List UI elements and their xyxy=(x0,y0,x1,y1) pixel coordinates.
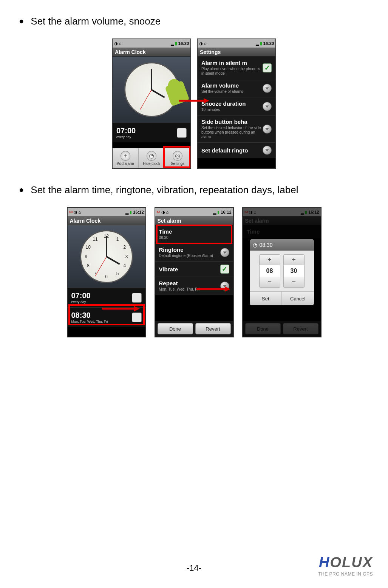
hour-hand xyxy=(151,89,165,98)
dialog-overlay: ◔ 08:30 + 08 − + 30 − Set xyxy=(243,208,321,337)
battery-icon: ▮ xyxy=(260,41,262,46)
alarm-row[interactable]: 07:00 every day xyxy=(113,123,190,142)
gps-icon: ◑ xyxy=(74,210,77,215)
chevron-down-icon xyxy=(263,84,272,93)
btn-label: Add alarm xyxy=(117,162,134,166)
hour-hand xyxy=(106,256,120,265)
alarm-sub: every day xyxy=(116,135,136,139)
plus-button[interactable]: + xyxy=(284,255,304,265)
clock-icon: ◔ xyxy=(147,151,156,161)
plus-button[interactable]: + xyxy=(260,255,280,265)
hour-value[interactable]: 08 xyxy=(260,265,280,277)
svg-marker-4 xyxy=(265,128,269,130)
alarm-checkbox[interactable] xyxy=(132,293,142,303)
page-number: -14- xyxy=(187,563,201,573)
setting-sub: Set the volume of alarms xyxy=(201,89,263,94)
setting-title: Alarm volume xyxy=(201,82,263,89)
revert-button[interactable]: Revert xyxy=(195,323,231,334)
dialog-header: ◔ 08:30 xyxy=(250,239,314,251)
home-icon: ⌂ xyxy=(119,41,122,46)
setting-title: Ringtone xyxy=(159,246,220,253)
clock-num: 8 xyxy=(87,263,90,268)
checkbox-checked-icon[interactable] xyxy=(220,265,229,274)
set-button[interactable]: Set xyxy=(250,292,282,305)
figure-row-2: ✉ ◑ ⌂ ▂ ▮ 16:12 Alarm Clock 12 1 2 3 4 5… xyxy=(19,207,369,337)
bullet-text-1: Set the alarm volume, snooze xyxy=(31,15,161,27)
highlight-settings xyxy=(163,146,190,168)
dialog-title: 08:30 xyxy=(260,242,273,248)
setting-title: Set default ringto xyxy=(201,147,263,154)
clock-area: 12 1 2 3 4 5 6 7 8 9 10 11 xyxy=(68,225,145,288)
svg-marker-3 xyxy=(265,105,269,108)
setting-title: Alarm in silent m xyxy=(201,60,263,66)
title-bar: Set alarm xyxy=(155,216,233,225)
status-bar: ✉ ◑ ⌂ ▂ ▮ 16:12 xyxy=(68,208,145,216)
checkbox-checked-icon[interactable] xyxy=(263,63,272,72)
second-hand xyxy=(140,89,152,109)
svg-marker-7 xyxy=(134,306,140,311)
phone-alarm-list: ✉ ◑ ⌂ ▂ ▮ 16:12 Alarm Clock 12 1 2 3 4 5… xyxy=(67,207,146,337)
svg-marker-2 xyxy=(265,87,269,89)
chevron-down-icon xyxy=(220,248,229,257)
figure-row-1: ◑ ⌂ ▂ ▮ 16:20 Alarm Clock 07:00 every da… xyxy=(19,38,369,169)
bullet-text-2: Set the alarm time, ringtone, vibration,… xyxy=(31,184,298,196)
setting-snooze[interactable]: Snooze duration 10 minutes xyxy=(198,97,275,115)
home-icon: ⌂ xyxy=(79,210,81,214)
alarm-time: 07:00 xyxy=(116,126,136,135)
setting-vibrate[interactable]: Vibrate xyxy=(155,262,233,277)
add-alarm-button[interactable]: + Add alarm xyxy=(113,148,139,168)
btn-label: Hide clock xyxy=(143,162,160,166)
phone-set-alarm: ✉ ◑ ⌂ ▂ ▮ 16:12 Set alarm Time 08:30 Rin… xyxy=(155,207,234,337)
svg-marker-1 xyxy=(204,98,209,103)
setting-side-button[interactable]: Side button beha Set the desired behavio… xyxy=(198,115,275,143)
svg-marker-11 xyxy=(225,286,230,292)
setting-alarm-volume[interactable]: Alarm volume Set the volume of alarms xyxy=(198,79,275,97)
clock-area xyxy=(113,57,190,123)
setting-ringtone[interactable]: Ringtone Default ringtone (Rooster Alarm… xyxy=(155,243,233,262)
bullet-line-1: ● Set the alarm volume, snooze xyxy=(19,15,369,27)
minus-button[interactable]: − xyxy=(260,277,280,287)
cancel-button[interactable]: Cancel xyxy=(282,292,314,305)
title-bar: Alarm Clock xyxy=(113,48,190,57)
time-dialog: ◔ 08:30 + 08 − + 30 − Set xyxy=(250,239,314,305)
bullet-dot-icon: ● xyxy=(19,15,24,27)
alarm-checkbox[interactable] xyxy=(177,128,187,138)
clock-num: 2 xyxy=(123,245,126,250)
gps-icon: ◑ xyxy=(114,41,118,46)
clock-num: 5 xyxy=(116,271,119,276)
minus-button[interactable]: − xyxy=(284,277,304,287)
home-icon: ⌂ xyxy=(204,41,207,46)
hide-clock-button[interactable]: ◔ Hide clock xyxy=(139,148,165,168)
notification-icon: ✉ xyxy=(157,210,160,215)
setting-sub: 10 minutes xyxy=(201,108,263,112)
setting-default-ringtone[interactable]: Set default ringto xyxy=(198,143,275,158)
title-bar: Settings xyxy=(198,48,275,57)
battery-icon: ▮ xyxy=(217,210,220,215)
clock-num: 10 xyxy=(86,245,91,250)
hour-spinner[interactable]: + 08 − xyxy=(259,254,280,288)
second-hand xyxy=(95,256,107,276)
signal-icon: ▂ xyxy=(213,210,216,215)
clock-icon: ◔ xyxy=(253,242,257,248)
arrow-icon xyxy=(196,285,230,294)
home-icon: ⌂ xyxy=(166,210,169,214)
signal-icon: ▂ xyxy=(256,41,259,46)
chevron-down-icon xyxy=(263,125,272,134)
battery-icon: ▮ xyxy=(175,41,177,46)
status-time: 16:12 xyxy=(133,210,144,214)
notification-icon: ✉ xyxy=(69,210,73,215)
battery-icon: ▮ xyxy=(130,210,132,215)
alarm-sub: every day xyxy=(71,300,91,304)
highlight-time-row xyxy=(156,225,232,244)
logo-tagline: THE PRO NAME IN GPS xyxy=(318,571,373,577)
svg-marker-8 xyxy=(223,251,227,254)
clock-num: 11 xyxy=(93,237,97,242)
minute-value[interactable]: 30 xyxy=(284,265,304,277)
clock-num: 6 xyxy=(105,274,108,279)
chevron-down-icon xyxy=(263,102,272,111)
clock-num: 1 xyxy=(116,237,119,242)
plus-icon: + xyxy=(121,151,130,161)
setting-alarm-silent[interactable]: Alarm in silent m Play alarm even when t… xyxy=(198,57,275,79)
done-button[interactable]: Done xyxy=(158,323,193,334)
minute-spinner[interactable]: + 30 − xyxy=(283,254,305,288)
